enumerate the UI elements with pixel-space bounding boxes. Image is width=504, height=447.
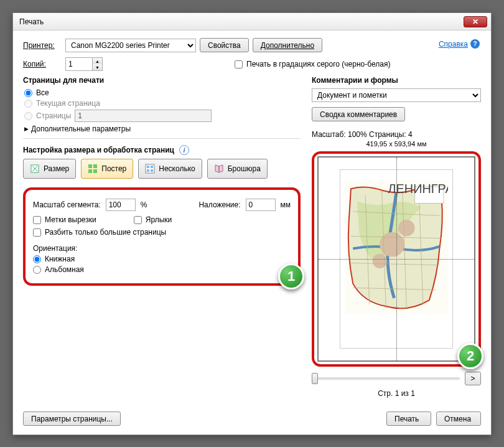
svg-rect-8: [147, 169, 149, 172]
orientation-landscape-radio[interactable]: Альбомная: [33, 265, 291, 274]
pages-section-title: Страницы для печати: [23, 76, 301, 85]
svg-text:ЛЕНИНГРАДА: ЛЕНИНГРАДА: [388, 182, 448, 195]
pages-range-radio[interactable]: Страницы: [24, 110, 301, 122]
preview-next-button[interactable]: >: [465, 372, 481, 385]
sizing-section-title: Настройка размера и обработка страниц: [23, 146, 174, 154]
window-title: Печать: [19, 17, 464, 26]
svg-rect-1: [88, 164, 92, 168]
overlap-input[interactable]: [246, 199, 276, 211]
close-icon: ✕: [472, 17, 478, 26]
chevron-right-icon: >: [470, 374, 475, 383]
slider-thumb[interactable]: [312, 373, 318, 384]
multiple-icon: [145, 164, 155, 174]
help-link[interactable]: Справка ?: [439, 39, 480, 49]
pages-current-radio[interactable]: Текущая страница: [24, 99, 301, 108]
size-icon: [30, 164, 40, 174]
pages-range-input: [75, 110, 212, 122]
spin-up-icon[interactable]: ▲: [93, 58, 102, 64]
svg-rect-9: [151, 169, 153, 172]
preview-zoom-slider[interactable]: [312, 377, 460, 380]
copies-input[interactable]: [66, 58, 92, 70]
printer-select[interactable]: Canon MG2200 series Printer: [65, 39, 196, 52]
grayscale-checkbox[interactable]: Печать в градациях серого (черно-белая): [235, 60, 390, 68]
close-button[interactable]: ✕: [464, 16, 487, 27]
chevron-right-icon: ▶: [24, 126, 29, 132]
page-setup-button[interactable]: Параметры страницы...: [23, 412, 121, 426]
scale-input[interactable]: [106, 199, 136, 211]
callout-badge-1: 1: [278, 263, 304, 289]
labels-checkbox[interactable]: Ярлыки: [134, 215, 172, 224]
svg-rect-2: [93, 164, 97, 168]
svg-point-12: [398, 220, 415, 237]
preview-scale-text: Масштаб: 100% Страницы: 4: [312, 130, 481, 139]
cancel-button[interactable]: Отмена: [436, 412, 481, 426]
tab-multiple[interactable]: Несколько: [138, 159, 202, 179]
tab-poster[interactable]: Постер: [81, 159, 133, 179]
tab-booklet[interactable]: Брошюра: [207, 159, 268, 179]
summarize-comments-button[interactable]: Сводка комментариев: [312, 107, 405, 121]
titlebar: Печать ✕: [13, 13, 491, 31]
poster-settings-highlight: Масштаб сегмента: % Наложение: мм Метки …: [23, 187, 301, 286]
help-label: Справка: [439, 40, 468, 49]
print-dialog: Печать ✕ Справка ? Принтер: Canon MG2200…: [12, 12, 492, 435]
preview-pager: Стр. 1 из 1: [312, 389, 481, 398]
orientation-portrait-radio[interactable]: Книжная: [33, 255, 291, 263]
svg-rect-6: [147, 166, 149, 168]
comments-section-title: Комментарии и формы: [312, 76, 481, 85]
bigonly-checkbox[interactable]: Разбить только большие страницы: [33, 228, 291, 237]
preview-dims: 419,95 x 593,94 мм: [312, 140, 481, 148]
spin-down-icon[interactable]: ▼: [93, 64, 102, 70]
preview-highlight: ЛЕНИНГРАДА 2: [312, 151, 481, 367]
printer-label: Принтер:: [23, 41, 62, 50]
advanced-button[interactable]: Дополнительно: [253, 38, 322, 52]
svg-rect-7: [151, 166, 153, 168]
pages-more-expander[interactable]: ▶Дополнительные параметры: [24, 125, 301, 133]
print-button[interactable]: Печать: [386, 412, 431, 426]
comments-combo[interactable]: Документ и пометки: [312, 88, 481, 102]
orientation-label: Ориентация:: [33, 244, 291, 253]
help-icon: ?: [470, 39, 480, 49]
scale-label: Масштаб сегмента:: [33, 200, 101, 209]
svg-point-13: [373, 253, 387, 268]
svg-rect-4: [93, 169, 97, 173]
poster-icon: [88, 164, 98, 174]
cutmarks-checkbox[interactable]: Метки вырезки: [33, 215, 96, 224]
info-icon[interactable]: i: [179, 145, 189, 155]
overlap-label: Наложение:: [198, 200, 240, 209]
print-preview: ЛЕНИНГРАДА: [317, 156, 475, 362]
svg-rect-3: [88, 169, 92, 173]
booklet-icon: [214, 164, 224, 174]
copies-label: Копий:: [23, 60, 62, 68]
callout-badge-2: 2: [457, 343, 483, 369]
pages-all-radio[interactable]: Все: [24, 88, 301, 97]
properties-button[interactable]: Свойства: [200, 38, 249, 52]
tab-size[interactable]: Размер: [23, 159, 76, 179]
copies-spinner[interactable]: ▲▼: [65, 57, 103, 71]
